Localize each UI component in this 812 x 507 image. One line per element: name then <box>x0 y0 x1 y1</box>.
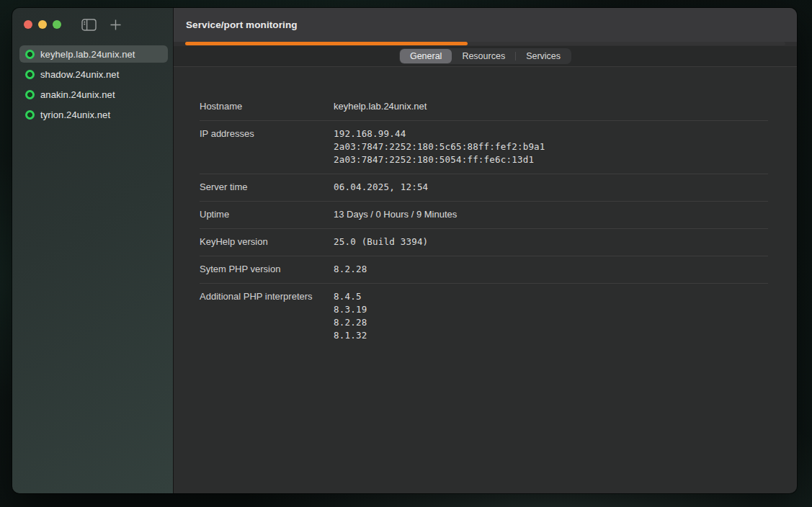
info-row: Uptime 13 Days / 0 Hours / 9 Minutes <box>200 202 768 229</box>
page-title: Service/port monitoring <box>186 19 298 30</box>
server-name: tyrion.24unix.net <box>40 109 110 120</box>
sidebar-item-server[interactable]: keyhelp.lab.24unix.net <box>19 45 168 63</box>
info-label: Server time <box>200 181 334 194</box>
tab-label: Resources <box>462 51 505 61</box>
window-chrome <box>12 8 173 41</box>
info-label: IP addresses <box>200 127 334 140</box>
value-line: 192.168.99.44 <box>334 127 545 140</box>
tab-services[interactable]: Services <box>516 49 571 63</box>
info-value: 13 Days / 0 Hours / 9 Minutes <box>334 208 457 221</box>
close-window-button[interactable] <box>24 20 32 29</box>
info-value: 06.04.2025, 12:54 <box>334 181 428 194</box>
sidebar: keyhelp.lab.24unix.net shadow.24unix.net… <box>12 8 174 493</box>
sidebar-item-server[interactable]: tyrion.24unix.net <box>19 106 168 123</box>
info-label: Uptime <box>200 208 334 221</box>
info-row: KeyHelp version 25.0 (Build 3394) <box>200 229 768 256</box>
sidebar-toggle-icon[interactable] <box>81 19 97 31</box>
tab-resources[interactable]: Resources <box>452 49 515 63</box>
server-name: anakin.24unix.net <box>40 89 115 100</box>
segmented-control: General Resources Services <box>399 48 571 64</box>
value-line: 2a03:7847:2252:180:5054:ff:fe6c:13d1 <box>334 153 545 166</box>
info-value: 192.168.99.442a03:7847:2252:180:5c65:88f… <box>334 127 545 166</box>
info-row: Sytem PHP version 8.2.28 <box>200 256 768 284</box>
info-value: 8.2.28 <box>334 263 367 276</box>
status-online-icon <box>25 90 35 99</box>
info-row: Additional PHP interpreters 8.4.58.3.198… <box>200 284 768 349</box>
info-label: Sytem PHP version <box>200 263 334 276</box>
info-row: Server time 06.04.2025, 12:54 <box>200 174 768 202</box>
info-label: Hostname <box>200 100 334 113</box>
value-line: 06.04.2025, 12:54 <box>334 181 428 194</box>
titlebar: Service/port monitoring <box>174 8 797 42</box>
value-line: 8.4.5 <box>334 290 367 303</box>
progress-track <box>185 42 785 45</box>
value-line: 13 Days / 0 Hours / 9 Minutes <box>334 208 457 221</box>
info-value: 25.0 (Build 3394) <box>334 235 428 248</box>
server-name: keyhelp.lab.24unix.net <box>40 49 135 60</box>
info-row: Hostname keyhelp.lab.24unix.net <box>200 94 768 121</box>
value-line: 8.2.28 <box>334 316 367 329</box>
progress-fill <box>185 42 468 45</box>
general-info-panel: Hostname keyhelp.lab.24unix.net IP addre… <box>174 67 797 493</box>
sidebar-item-server[interactable]: shadow.24unix.net <box>19 66 168 83</box>
app-window: keyhelp.lab.24unix.net shadow.24unix.net… <box>12 8 797 493</box>
info-value: keyhelp.lab.24unix.net <box>334 100 427 113</box>
info-label: KeyHelp version <box>200 235 334 248</box>
tab-label: Services <box>526 51 561 61</box>
status-online-icon <box>25 110 35 120</box>
status-online-icon <box>25 50 35 59</box>
info-value: 8.4.58.3.198.2.288.1.32 <box>334 290 367 342</box>
minimize-window-button[interactable] <box>38 20 47 29</box>
value-line: 25.0 (Build 3394) <box>334 235 428 248</box>
status-online-icon <box>25 70 35 79</box>
info-label: Additional PHP interpreters <box>200 290 334 303</box>
server-list: keyhelp.lab.24unix.net shadow.24unix.net… <box>12 45 173 126</box>
value-line: 8.1.32 <box>334 329 367 342</box>
sidebar-item-server[interactable]: anakin.24unix.net <box>19 86 168 103</box>
value-line: 2a03:7847:2252:180:5c65:88ff:fef2:b9a1 <box>334 140 545 153</box>
value-line: 8.3.19 <box>334 303 367 316</box>
zoom-window-button[interactable] <box>53 20 61 29</box>
tab-general[interactable]: General <box>400 49 452 63</box>
tab-bar: General Resources Services <box>174 46 797 67</box>
plus-icon[interactable] <box>110 19 122 31</box>
server-name: shadow.24unix.net <box>40 69 119 80</box>
value-line: keyhelp.lab.24unix.net <box>334 100 427 113</box>
tab-label: General <box>410 51 442 61</box>
main-panel: Service/port monitoring General Resource… <box>174 8 797 493</box>
info-row: IP addresses 192.168.99.442a03:7847:2252… <box>200 121 768 174</box>
refresh-progress <box>174 42 797 46</box>
value-line: 8.2.28 <box>334 263 367 276</box>
